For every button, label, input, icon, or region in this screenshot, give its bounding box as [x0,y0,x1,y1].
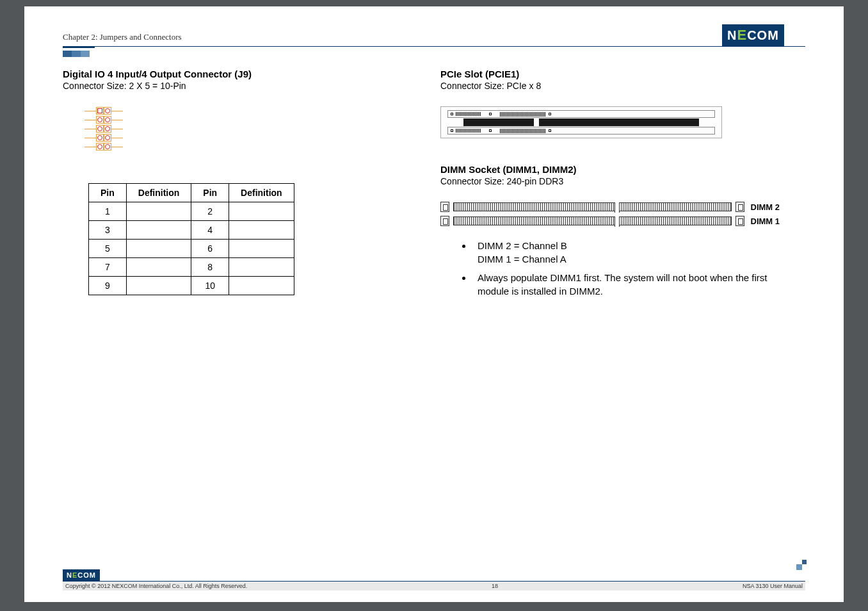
color-swatch-strip [63,51,805,57]
dimm1-label: DIMM 1 [751,216,780,226]
page-number: 18 [492,583,498,589]
th-pin: Pin [89,184,127,202]
table-row: 910 [89,277,294,295]
th-pin2: Pin [191,184,229,202]
table-row: 34 [89,221,294,240]
pcie-subtitle: Connector Size: PCIe x 8 [440,81,780,91]
pin-header-diagram [84,106,364,151]
dimm2-label: DIMM 2 [751,202,780,212]
th-def2: Definition [229,184,294,202]
chapter-heading: Chapter 2: Jumpers and Connectors [63,32,805,42]
digital-io-subtitle: Connector Size: 2 X 5 = 10-Pin [63,81,364,91]
nexcom-logo-small: NECOM [63,569,100,581]
document-page: Chapter 2: Jumpers and Connectors NECOM … [24,6,844,602]
copyright-text: Copyright © 2012 NEXCOM International Co… [65,583,247,589]
nexcom-logo: NECOM [722,24,805,47]
page-footer: NECOM Copyright © 2012 NEXCOM Internatio… [63,569,805,591]
th-def: Definition [126,184,191,202]
pcie-slot-diagram [440,106,780,138]
list-item: Always populate DIMM1 first. The system … [472,271,780,298]
dimm-socket-diagram: DIMM 2 DIMM 1 [440,202,780,226]
table-row: 78 [89,258,294,277]
list-item: DIMM 2 = Channel B DIMM 1 = Channel A [472,239,780,266]
dimm-notes-list: DIMM 2 = Channel B DIMM 1 = Channel A Al… [472,239,780,298]
content-columns: Digital IO 4 Input/4 Output Connector (J… [63,69,805,303]
table-row: 56 [89,240,294,258]
right-column: PCIe Slot (PCIE1) Connector Size: PCIe x… [440,69,780,303]
pin-definition-table: Pin Definition Pin Definition 12 34 56 7… [88,183,294,295]
table-row: 12 [89,202,294,221]
digital-io-heading: Digital IO 4 Input/4 Output Connector (J… [63,69,364,79]
dimm-subtitle: Connector Size: 240-pin DDR3 [440,176,780,186]
dimm-heading: DIMM Socket (DIMM1, DIMM2) [440,164,780,175]
document-title: NSA 3130 User Manual [743,583,803,589]
header-rule [63,46,805,48]
pcie-heading: PCIe Slot (PCIE1) [440,69,780,79]
left-column: Digital IO 4 Input/4 Output Connector (J… [63,69,364,303]
